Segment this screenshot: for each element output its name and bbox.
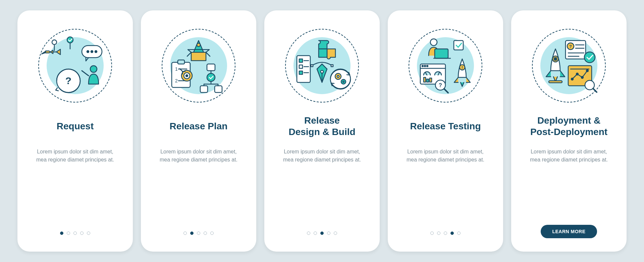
onboarding-screen-request: ? Request Lorem ipsum dolor sit dim amet… (17, 10, 133, 252)
dot-2[interactable] (320, 232, 324, 235)
svg-point-1 (52, 40, 57, 45)
request-illustration: ? (37, 27, 114, 104)
svg-rect-25 (215, 86, 222, 92)
dot-1[interactable] (67, 232, 70, 235)
svg-rect-58 (430, 78, 432, 82)
svg-text:1: 1 (175, 66, 178, 72)
svg-rect-38 (331, 65, 333, 67)
screen-description: Lorem ipsum dolor sit dim amet, mea regi… (278, 148, 366, 164)
dot-0[interactable] (183, 232, 187, 235)
dot-4[interactable] (334, 232, 337, 235)
svg-point-8 (90, 66, 97, 72)
svg-point-21 (186, 75, 188, 77)
svg-point-51 (422, 65, 423, 67)
svg-text:?: ? (65, 75, 71, 86)
svg-text:?: ? (569, 44, 572, 49)
svg-rect-57 (427, 79, 429, 82)
svg-rect-71 (549, 81, 562, 83)
dot-4[interactable] (210, 232, 214, 235)
svg-rect-14 (178, 60, 184, 64)
learn-more-button[interactable]: LEARN MORE (541, 225, 597, 238)
svg-line-79 (593, 88, 597, 92)
svg-rect-33 (299, 71, 303, 74)
onboarding-screen-deployment: ? Deployment (511, 10, 627, 252)
svg-point-69 (584, 52, 595, 63)
svg-rect-12 (191, 52, 206, 61)
screen-description: Lorem ipsum dolor sit dim amet, mea regi… (525, 148, 612, 164)
screen-title: Release Plan (170, 114, 228, 138)
dot-3[interactable] (450, 232, 454, 235)
pagination-dots (307, 232, 337, 235)
screen-description: Lorem ipsum dolor sit dim amet, mea regi… (32, 148, 119, 164)
onboarding-screen-design-build: Release Design & Build Lorem ipsum dolor… (264, 10, 380, 252)
screen-title: Release Testing (410, 114, 481, 138)
dot-1[interactable] (190, 232, 194, 235)
deployment-illustration: ? (530, 27, 607, 104)
pagination-dots (430, 232, 461, 235)
dot-0[interactable] (430, 232, 434, 235)
screen-description: Lorem ipsum dolor sit dim amet, mea regi… (155, 148, 242, 164)
dot-2[interactable] (73, 232, 77, 235)
svg-rect-56 (424, 77, 426, 82)
svg-text:2: 2 (175, 78, 178, 83)
svg-point-53 (427, 65, 428, 67)
svg-rect-29 (299, 59, 303, 62)
onboarding-screen-release-testing: ! ? Release Testing Lorem ipsum dolor si… (388, 10, 503, 252)
svg-rect-45 (435, 49, 448, 58)
dot-4[interactable] (87, 232, 90, 235)
screen-title: Release Design & Build (288, 114, 355, 138)
screen-title: Request (57, 114, 94, 138)
dot-1[interactable] (314, 232, 317, 235)
svg-rect-46 (454, 41, 463, 50)
design-build-illustration (283, 27, 361, 104)
dot-0[interactable] (60, 232, 63, 235)
svg-rect-22 (207, 64, 215, 71)
svg-point-7 (95, 51, 97, 53)
svg-point-23 (207, 73, 215, 81)
svg-rect-24 (200, 86, 208, 92)
svg-point-41 (337, 75, 339, 77)
svg-point-6 (91, 51, 93, 53)
dot-4[interactable] (457, 232, 461, 235)
release-testing-illustration: ! ? (407, 27, 484, 104)
svg-point-43 (343, 81, 344, 82)
pagination-dots (60, 232, 90, 235)
dot-3[interactable] (327, 232, 330, 235)
svg-point-3 (67, 37, 73, 43)
pagination-dots (183, 232, 214, 235)
dot-3[interactable] (80, 232, 84, 235)
svg-text:?: ? (439, 82, 442, 88)
svg-rect-37 (311, 65, 313, 67)
svg-point-44 (430, 39, 437, 46)
svg-point-11 (197, 43, 200, 47)
dot-0[interactable] (307, 232, 310, 235)
svg-line-61 (444, 89, 448, 93)
dot-2[interactable] (444, 232, 447, 235)
svg-point-52 (424, 65, 426, 67)
svg-rect-31 (299, 65, 303, 68)
release-plan-illustration: 1 2 (160, 27, 237, 104)
onboarding-screen-release-plan: 1 2 Release Plan Lorem ipsum dolor sit d… (141, 10, 256, 252)
svg-text:!: ! (462, 65, 463, 70)
dot-3[interactable] (204, 232, 207, 235)
screen-title: Deployment & Post-Deployment (530, 114, 607, 138)
dot-2[interactable] (197, 232, 200, 235)
dot-1[interactable] (437, 232, 440, 235)
screen-description: Lorem ipsum dolor sit dim amet, mea regi… (402, 148, 489, 164)
svg-point-5 (87, 51, 89, 53)
